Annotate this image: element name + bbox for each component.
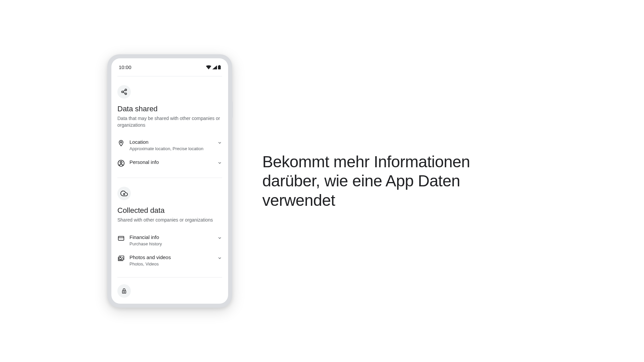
location-content: Location Approximate location, Precise l… (129, 139, 213, 151)
collected-data-subtitle: Shared with other companies or organizat… (117, 217, 222, 224)
location-item[interactable]: Location Approximate location, Precise l… (117, 135, 222, 155)
status-icons (206, 65, 221, 69)
status-bar: 10:00 (111, 58, 228, 74)
content-area[interactable]: Data shared Data that may be shared with… (111, 76, 228, 304)
media-library-icon (117, 255, 125, 262)
svg-point-13 (120, 257, 121, 258)
personal-info-content: Personal info (129, 159, 213, 166)
credit-card-icon (117, 235, 125, 242)
marketing-headline: Bekommt mehr Informationen darüber, wie … (262, 152, 497, 210)
data-shared-section: Data shared Data that may be shared with… (117, 76, 222, 178)
data-shared-subtitle: Data that may be shared with other compa… (117, 115, 222, 128)
share-icon-circle (117, 85, 131, 99)
financial-info-content: Financial info Purchase history (129, 234, 213, 246)
chevron-down-icon (217, 161, 222, 165)
financial-info-subtitle: Purchase history (129, 241, 213, 246)
security-section (117, 277, 222, 304)
personal-info-item[interactable]: Personal info (117, 155, 222, 171)
cloud-icon-circle (117, 187, 131, 200)
svg-point-3 (122, 91, 123, 93)
svg-line-6 (123, 92, 125, 93)
cloud-upload-icon (120, 190, 128, 197)
svg-rect-10 (118, 236, 124, 240)
data-shared-title: Data shared (117, 105, 222, 113)
signal-icon (212, 65, 217, 69)
chevron-down-icon (217, 140, 222, 145)
phone-frame: 10:00 Data shared (107, 54, 232, 308)
phone-screen: 10:00 Data shared (111, 58, 228, 304)
personal-info-title: Personal info (129, 159, 213, 165)
svg-point-7 (120, 142, 122, 143)
location-subtitle: Approximate location, Precise location (129, 146, 213, 151)
svg-point-2 (125, 89, 127, 91)
chevron-down-icon (217, 236, 222, 240)
collected-data-section: Collected data Shared with other compani… (117, 178, 222, 277)
svg-line-5 (123, 90, 125, 91)
svg-rect-0 (218, 66, 221, 70)
lock-icon-circle (117, 284, 131, 298)
financial-info-item[interactable]: Financial info Purchase history (117, 230, 222, 250)
photos-videos-subtitle: Photos, Videos (129, 261, 213, 266)
photos-videos-title: Photos and videos (129, 254, 213, 260)
location-icon (117, 139, 125, 147)
share-icon (121, 88, 127, 95)
svg-point-9 (120, 162, 122, 164)
photos-videos-item[interactable]: Photos and videos Photos, Videos (117, 250, 222, 270)
battery-icon (218, 65, 221, 69)
photos-videos-content: Photos and videos Photos, Videos (129, 254, 213, 266)
wifi-icon (206, 65, 211, 69)
status-time: 10:00 (119, 64, 131, 70)
financial-info-title: Financial info (129, 234, 213, 240)
lock-icon (121, 288, 127, 294)
svg-rect-1 (219, 65, 220, 66)
location-title: Location (129, 139, 213, 145)
collected-data-title: Collected data (117, 206, 222, 215)
chevron-down-icon (217, 256, 222, 260)
svg-point-4 (125, 93, 127, 95)
phone-power-button (231, 101, 233, 118)
person-icon (117, 160, 125, 167)
svg-point-15 (124, 292, 124, 292)
